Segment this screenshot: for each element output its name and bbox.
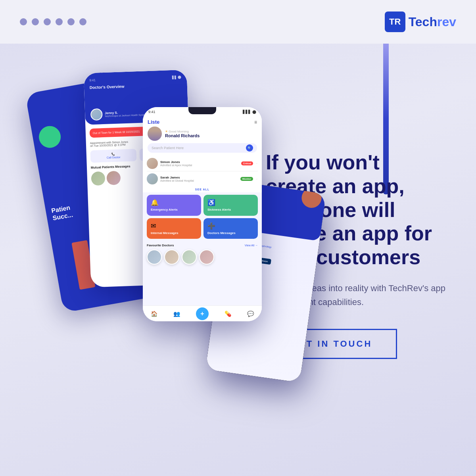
emergency-icon: 🔔	[151, 199, 197, 206]
user-name: Ronald Richards	[165, 133, 200, 138]
feature-sickness[interactable]: ♿ Sickness Alerts	[203, 195, 258, 216]
doctors-row	[147, 250, 258, 265]
logo: TR Techrev	[385, 12, 456, 32]
dots-decoration	[20, 18, 86, 25]
emergency-label: Emergency Alerts	[151, 208, 197, 212]
fav-title: Favourite Doctors	[147, 244, 174, 247]
feature-internal[interactable]: ✉ Internal Messages	[147, 218, 201, 239]
status-badge-monitor: Monitor	[240, 177, 253, 181]
dot-3	[44, 18, 51, 25]
green-circle	[37, 124, 63, 150]
nav-plus-button[interactable]: +	[196, 307, 209, 320]
see-all[interactable]: SEE ALL	[143, 186, 262, 192]
patient-avatar-2	[147, 173, 158, 184]
top-bar: TR Techrev	[0, 0, 476, 44]
greet-section: ☀ Good Morning Ronald Richards	[148, 127, 257, 141]
fav-doc-2	[164, 250, 179, 265]
internal-label: Internal Messages	[151, 231, 197, 235]
nav-health-icon[interactable]: 💊	[225, 311, 231, 317]
status-badge-critical: Critical	[241, 161, 253, 165]
app-title: Liste	[148, 119, 159, 125]
phone-main: 9:41 ▋▋▋ ⬤ Liste ≡ ☀ Good Morning	[143, 107, 262, 321]
feature-grid: 🔔 Emergency Alerts ♿ Sickness Alerts ✉ I…	[143, 192, 262, 241]
patient-avatar-1	[147, 158, 158, 169]
app-header: Liste ≡ ☀ Good Morning Ronald Richards	[143, 117, 262, 156]
logo-name-part2: rev	[437, 15, 456, 29]
feature-doctors[interactable]: ➕ Doctors Messages	[203, 218, 258, 239]
doctors-label: Doctors Messages	[207, 231, 254, 235]
sickness-label: Sickness Alerts	[207, 208, 254, 212]
logo-text: Techrev	[409, 15, 456, 29]
fav-doctors-section: Favourite Doctors View All →	[143, 241, 262, 267]
greet-text-block: ☀ Good Morning Ronald Richards	[165, 130, 200, 138]
dot-5	[67, 18, 75, 25]
notch	[188, 107, 216, 114]
doc-overview-title: Doctor's Overview	[90, 82, 182, 90]
dot-1	[20, 18, 27, 25]
user-avatar	[148, 127, 162, 141]
patient-list: Simon Jones Admitted at Apex Hospital Cr…	[143, 156, 262, 186]
patient-hospital-2: Admitted at Global Hospital	[160, 179, 238, 182]
doc-av-1	[91, 171, 105, 186]
greeting-text: ☀ Good Morning	[165, 130, 200, 133]
dot-4	[56, 18, 63, 25]
patient-name-1: Simon Jones	[160, 160, 239, 164]
doc-av-2	[106, 171, 121, 185]
nav-patients-icon[interactable]: 👥	[173, 311, 180, 317]
internal-icon: ✉	[151, 222, 197, 230]
dot-6	[79, 18, 86, 25]
search-bar[interactable]: Search Patient Here 🔍	[148, 143, 257, 153]
call-doctor-btn[interactable]: 📞Call Doctor	[90, 149, 136, 163]
fav-header: Favourite Doctors View All →	[147, 244, 258, 247]
patient-success-label: Patien Succ...	[51, 203, 73, 222]
app-title-row: Liste ≡	[148, 119, 257, 125]
patient-item-1: Simon Jones Admitted at Apex Hospital Cr…	[147, 156, 258, 171]
mid-status-bar: 9:41 ▋▋ ⬤	[89, 75, 181, 82]
feature-emergency[interactable]: 🔔 Emergency Alerts	[147, 195, 201, 216]
patient-name-2: Sarah James	[160, 176, 238, 179]
view-all-link[interactable]: View All →	[245, 244, 258, 247]
search-placeholder: Search Patient Here	[152, 146, 244, 150]
nav-home-icon[interactable]: 🏠	[151, 311, 157, 317]
nav-chat-icon[interactable]: 💬	[247, 311, 254, 317]
menu-icon[interactable]: ≡	[254, 119, 257, 125]
phones-area: Patien Succ... 9:41 ▋▋ ⬤ Doctor's Overvi…	[12, 52, 282, 448]
bottom-nav: 🏠 👥 + 💊 💬	[143, 305, 262, 321]
patient-hospital-1: Admitted at Apex Hospital	[160, 164, 239, 167]
logo-icon: TR	[385, 12, 405, 32]
doc-avatar-mid	[90, 108, 103, 121]
dot-2	[32, 18, 39, 25]
logo-name-part1: Tech	[409, 15, 437, 29]
doc-info: Jenny S. Nephrologist at Jackson Health …	[90, 107, 147, 121]
fav-doc-3	[182, 250, 197, 265]
search-button[interactable]: 🔍	[246, 144, 253, 152]
sickness-icon: ♿	[207, 199, 254, 206]
doctors-icon: ➕	[207, 222, 254, 230]
fav-doc-1	[147, 250, 162, 265]
fav-doc-4	[199, 250, 214, 265]
main-screen: 9:41 ▋▋▋ ⬤ Liste ≡ ☀ Good Morning	[143, 107, 262, 321]
patient-item-2: Sarah James Admitted at Global Hospital …	[147, 171, 258, 186]
